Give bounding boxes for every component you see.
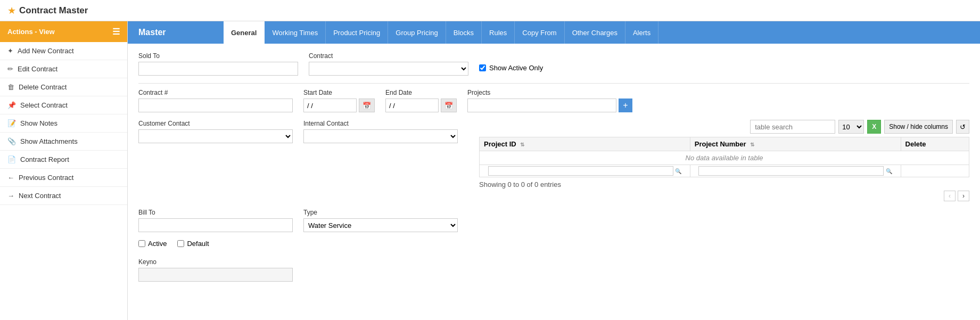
projects-table: Project ID ⇅ Project Number ⇅ Delete <box>479 137 969 177</box>
filter-cell-project-number: 🔍 <box>690 165 901 177</box>
next-icon: → <box>7 192 14 200</box>
show-active-checkbox[interactable] <box>479 64 486 71</box>
select-icon: 📌 <box>7 101 16 109</box>
contract-num-group: Contract # <box>138 89 293 112</box>
start-date-row: 📅 <box>303 99 375 112</box>
sidebar-item-show-notes[interactable]: 📝 Show Notes <box>0 114 127 133</box>
sidebar-label: Show Attachments <box>20 137 78 145</box>
contract-select[interactable] <box>309 62 468 76</box>
page-size-select[interactable]: 10 25 50 100 <box>838 120 864 134</box>
table-footer: Showing 0 to 0 of 0 entries ‹ › <box>479 180 969 201</box>
type-select[interactable]: Water Service Other <box>303 218 458 232</box>
start-date-input[interactable] <box>303 99 357 112</box>
tab-general[interactable]: General <box>224 21 265 44</box>
default-checkbox-group: Default <box>177 240 209 248</box>
sidebar-item-select-contract[interactable]: 📌 Select Contract <box>0 96 127 114</box>
sold-to-group: Sold To <box>138 52 298 76</box>
no-data-row: No data available in table <box>480 151 969 165</box>
customer-contact-select[interactable] <box>138 129 293 143</box>
filter-project-number[interactable] <box>698 166 884 176</box>
default-checkbox[interactable] <box>177 240 184 247</box>
sidebar: Actions - View ☰ ✦ Add New Contract ✏ Ed… <box>0 21 128 320</box>
tab-group-pricing[interactable]: Group Pricing <box>388 21 446 44</box>
sidebar-item-previous-contract[interactable]: ← Previous Contract <box>0 169 127 187</box>
filter-project-id[interactable] <box>488 166 673 176</box>
tab-other-charges[interactable]: Other Charges <box>565 21 625 44</box>
sidebar-title: Actions - View <box>7 28 55 36</box>
sidebar-item-contract-report[interactable]: 📄 Contract Report <box>0 151 127 169</box>
customer-contact-label: Customer Contact <box>138 120 293 127</box>
menu-icon[interactable]: ☰ <box>112 27 120 37</box>
checkbox-row: Active Default <box>138 240 969 248</box>
sidebar-item-show-attachments[interactable]: 📎 Show Attachments <box>0 133 127 151</box>
edit-icon: ✏ <box>7 65 13 73</box>
panel-title: Master <box>128 28 224 37</box>
type-group: Type Water Service Other <box>303 209 458 232</box>
projects-add-button[interactable]: + <box>619 99 632 112</box>
start-date-cal-button[interactable]: 📅 <box>359 99 375 112</box>
active-checkbox[interactable] <box>138 240 145 247</box>
projects-input[interactable] <box>467 99 616 112</box>
tab-alerts[interactable]: Alerts <box>625 21 658 44</box>
contract-num-input[interactable] <box>138 99 293 112</box>
sidebar-item-next-contract[interactable]: → Next Contract <box>0 187 127 205</box>
sidebar-header: Actions - View ☰ <box>0 21 127 42</box>
start-date-group: Start Date 📅 <box>303 89 375 112</box>
keyno-section: Keyno <box>138 258 969 282</box>
default-label: Default <box>187 240 209 248</box>
end-date-cal-button[interactable]: 📅 <box>441 99 457 112</box>
projects-group: Projects + <box>467 89 632 112</box>
next-page-button[interactable]: › <box>958 191 969 201</box>
end-date-row: 📅 <box>385 99 457 112</box>
keyno-label: Keyno <box>138 258 969 266</box>
delete-icon: 🗑 <box>7 83 14 91</box>
content-area: Master General Working Times Product Pri… <box>128 21 980 320</box>
notes-icon: 📝 <box>7 119 16 127</box>
show-hide-columns-button[interactable]: Show / hide columns <box>884 120 953 134</box>
sold-to-input[interactable] <box>138 62 298 76</box>
form-area: Sold To Contract Show Active Only <box>128 44 980 320</box>
contract-group: Contract <box>309 52 468 76</box>
col-project-id: Project ID ⇅ <box>480 137 690 151</box>
sort-icon-project-number[interactable]: ⇅ <box>750 142 754 147</box>
col-delete: Delete <box>901 137 969 151</box>
refresh-button[interactable]: ↺ <box>956 120 969 134</box>
filter-cell-delete <box>901 165 969 177</box>
excel-export-button[interactable]: X <box>867 120 881 134</box>
attachments-icon: 📎 <box>7 137 16 145</box>
keyno-input[interactable] <box>138 268 293 282</box>
projects-input-row: + <box>467 99 632 112</box>
form-row-1: Sold To Contract Show Active Only <box>138 52 969 76</box>
show-active-row: Show Active Only <box>479 64 543 72</box>
prev-page-button[interactable]: ‹ <box>944 191 956 201</box>
table-search-input[interactable] <box>750 120 835 134</box>
start-date-label: Start Date <box>303 89 375 96</box>
tab-working-times[interactable]: Working Times <box>265 21 326 44</box>
table-entries-text: Showing 0 to 0 of 0 entries <box>479 180 561 188</box>
filter-cell-project-id: 🔍 <box>480 165 690 177</box>
sidebar-label: Add New Contract <box>18 47 74 55</box>
sidebar-item-delete-contract[interactable]: 🗑 Delete Contract <box>0 78 127 96</box>
internal-contact-label: Internal Contact <box>303 120 458 127</box>
end-date-label: End Date <box>385 89 457 96</box>
sidebar-item-add-new-contract[interactable]: ✦ Add New Contract <box>0 42 127 60</box>
end-date-input[interactable] <box>385 99 439 112</box>
projects-label: Projects <box>467 89 632 96</box>
tab-product-pricing[interactable]: Product Pricing <box>326 21 388 44</box>
contract-label: Contract <box>309 52 468 60</box>
sidebar-label: Edit Contract <box>18 65 57 73</box>
bill-to-input[interactable] <box>138 218 293 232</box>
star-icon: ★ <box>7 5 16 17</box>
right-panel: 10 25 50 100 X Show / hide columns ↺ <box>468 120 969 201</box>
sidebar-item-edit-contract[interactable]: ✏ Edit Contract <box>0 60 127 78</box>
customer-contact-group: Customer Contact <box>138 120 293 143</box>
keyno-group: Keyno <box>138 258 969 282</box>
tab-blocks[interactable]: Blocks <box>446 21 482 44</box>
app-title: Contract Master <box>19 5 88 16</box>
tab-copy-from[interactable]: Copy From <box>515 21 564 44</box>
sold-to-label: Sold To <box>138 52 298 60</box>
tab-rules[interactable]: Rules <box>482 21 515 44</box>
report-icon: 📄 <box>7 155 16 163</box>
internal-contact-select[interactable] <box>303 129 458 143</box>
sort-icon-project-id[interactable]: ⇅ <box>520 142 524 147</box>
